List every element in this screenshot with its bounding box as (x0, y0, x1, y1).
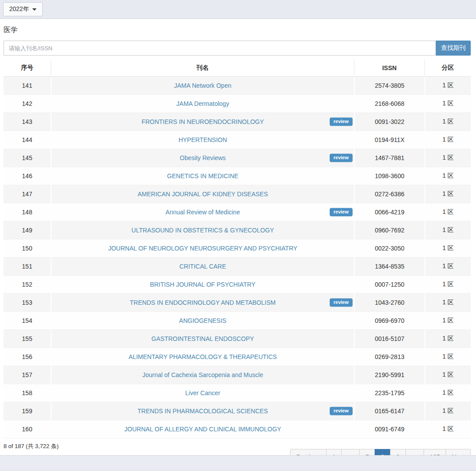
journal-link[interactable]: GENETICS IN MEDICINE (167, 172, 238, 180)
review-badge: review (330, 208, 353, 216)
journal-link[interactable]: AMERICAN JOURNAL OF KIDNEY DISEASES (138, 191, 268, 198)
journal-name-cell: AMERICAN JOURNAL OF KIDNEY DISEASES (51, 185, 354, 203)
journal-name-cell: JOURNAL OF NEUROLOGY NEUROSURGERY AND PS… (51, 239, 354, 258)
journal-link[interactable]: ANGIOGENESIS (179, 317, 226, 324)
table-row: 155GASTROINTESTINAL ENDOSCOPY0016-51071 … (4, 330, 471, 348)
zone-cell: 1 区 (424, 185, 471, 203)
issn-cell: 0269-2813 (354, 348, 424, 366)
issn-cell: 0066-4219 (354, 203, 424, 221)
chevron-down-icon (32, 8, 37, 11)
issn-cell: 1043-2760 (354, 294, 424, 312)
journal-name-cell: ULTRASOUND IN OBSTETRICS & GYNECOLOGY (51, 221, 354, 239)
table-row: 149ULTRASOUND IN OBSTETRICS & GYNECOLOGY… (4, 221, 471, 239)
table-row: 152BRITISH JOURNAL OF PSYCHIATRY0007-125… (4, 276, 471, 294)
journal-link[interactable]: Liver Cancer (185, 389, 220, 396)
table-row: 146GENETICS IN MEDICINE1098-36001 区 (4, 167, 471, 185)
journal-link[interactable]: JOURNAL OF ALLERGY AND CLINICAL IMMUNOLO… (124, 426, 281, 433)
journal-name-cell: Annual Review of Medicinereview (51, 203, 354, 221)
issn-cell: 2190-5991 (354, 366, 424, 384)
journal-link[interactable]: TRENDS IN PHARMACOLOGICAL SCIENCES (138, 408, 268, 415)
bottom-footer-band (0, 455, 476, 471)
seq-cell: 151 (4, 258, 51, 276)
seq-cell: 149 (4, 221, 51, 239)
journal-name-cell: JAMA Dermatology (51, 95, 354, 113)
issn-cell: 2168-6068 (354, 95, 424, 113)
column-header-issn: ISSN (354, 60, 424, 77)
zone-cell: 1 区 (424, 330, 471, 348)
issn-cell: 0960-7692 (354, 221, 424, 239)
year-dropdown[interactable]: 2022年 (3, 2, 43, 16)
issn-cell: 0194-911X (354, 131, 424, 149)
journal-name-cell: GENETICS IN MEDICINE (51, 167, 354, 185)
page-title: 医学 (4, 19, 471, 41)
seq-cell: 155 (4, 330, 51, 348)
issn-cell: 1364-8535 (354, 258, 424, 276)
journal-link[interactable]: GASTROINTESTINAL ENDOSCOPY (152, 335, 254, 342)
seq-cell: 146 (4, 167, 51, 185)
column-header-seq: 序号 (4, 60, 51, 77)
issn-cell: 0016-5107 (354, 330, 424, 348)
top-bar: 2022年 (0, 0, 476, 19)
zone-cell: 1 区 (424, 312, 471, 330)
table-row: 141JAMA Network Open2574-38051 区 (4, 77, 471, 95)
journal-name-cell: BRITISH JOURNAL OF PSYCHIATRY (51, 276, 354, 294)
zone-cell: 1 区 (424, 366, 471, 384)
zone-cell: 1 区 (424, 239, 471, 258)
review-badge: review (330, 117, 353, 126)
table-row: 153TRENDS IN ENDOCRINOLOGY AND METABOLIS… (4, 294, 471, 312)
table-row: 159TRENDS IN PHARMACOLOGICAL SCIENCESrev… (4, 402, 471, 420)
column-header-name: 刊名 (51, 60, 354, 77)
zone-cell: 1 区 (424, 149, 471, 167)
journal-name-cell: ALIMENTARY PHARMACOLOGY & THERAPEUTICS (51, 348, 354, 366)
column-header-zone: 分区 (424, 60, 471, 77)
review-badge: review (330, 153, 353, 162)
main-content: 医学 查找期刊 序号 刊名 ISSN 分区 141JAMA Network Op… (0, 19, 476, 450)
issn-cell: 2574-3805 (354, 77, 424, 95)
journal-link[interactable]: TRENDS IN ENDOCRINOLOGY AND METABOLISM (130, 299, 276, 306)
year-dropdown-label: 2022年 (9, 5, 29, 13)
zone-cell: 1 区 (424, 420, 471, 438)
seq-cell: 159 (4, 402, 51, 420)
table-row: 160JOURNAL OF ALLERGY AND CLINICAL IMMUN… (4, 420, 471, 438)
journal-ranking-page: 2022年 医学 查找期刊 序号 刊名 ISSN 分区 141JAMA Netw… (0, 0, 476, 475)
issn-cell: 0091-6749 (354, 420, 424, 438)
journal-link[interactable]: JAMA Dermatology (176, 100, 229, 107)
journal-name-cell: GASTROINTESTINAL ENDOSCOPY (51, 330, 354, 348)
journal-link[interactable]: CRITICAL CARE (179, 263, 226, 270)
zone-cell: 1 区 (424, 384, 471, 402)
journal-link[interactable]: ULTRASOUND IN OBSTETRICS & GYNECOLOGY (131, 227, 274, 234)
journal-link[interactable]: HYPERTENSION (178, 136, 227, 143)
journal-link[interactable]: ALIMENTARY PHARMACOLOGY & THERAPEUTICS (129, 353, 277, 360)
review-badge: review (330, 298, 353, 307)
search-button[interactable]: 查找期刊 (436, 41, 471, 56)
seq-cell: 160 (4, 420, 51, 438)
review-badge: review (330, 407, 353, 415)
journal-name-cell: CRITICAL CARE (51, 258, 354, 276)
journal-link[interactable]: Journal of Cachexia Sarcopenia and Muscl… (142, 371, 263, 378)
journal-name-cell: ANGIOGENESIS (51, 312, 354, 330)
zone-cell: 1 区 (424, 167, 471, 185)
journal-link[interactable]: JAMA Network Open (174, 82, 231, 89)
issn-cell: 1467-7881 (354, 149, 424, 167)
zone-cell: 1 区 (424, 131, 471, 149)
zone-cell: 1 区 (424, 113, 471, 131)
search-bar: 查找期刊 (4, 41, 471, 56)
table-row: 143FRONTIERS IN NEUROENDOCRINOLOGYreview… (4, 113, 471, 131)
journal-link[interactable]: JOURNAL OF NEUROLOGY NEUROSURGERY AND PS… (108, 245, 297, 252)
issn-cell: 2235-1795 (354, 384, 424, 402)
journal-link[interactable]: Annual Review of Medicine (166, 209, 240, 216)
zone-cell: 1 区 (424, 77, 471, 95)
journal-link[interactable]: FRONTIERS IN NEUROENDOCRINOLOGY (141, 118, 264, 125)
seq-cell: 156 (4, 348, 51, 366)
search-input[interactable] (4, 41, 436, 56)
table-row: 145Obesity Reviewsreview1467-78811 区 (4, 149, 471, 167)
journal-link[interactable]: BRITISH JOURNAL OF PSYCHIATRY (150, 281, 255, 288)
seq-cell: 143 (4, 113, 51, 131)
table-footer: 8 of 187 (共 3,722 条) Previous1…789…187Ne… (4, 442, 471, 450)
journal-link[interactable]: Obesity Reviews (180, 154, 226, 161)
issn-cell: 0272-6386 (354, 185, 424, 203)
seq-cell: 148 (4, 203, 51, 221)
table-row: 151CRITICAL CARE1364-85351 区 (4, 258, 471, 276)
zone-cell: 1 区 (424, 276, 471, 294)
issn-cell: 0165-6147 (354, 402, 424, 420)
